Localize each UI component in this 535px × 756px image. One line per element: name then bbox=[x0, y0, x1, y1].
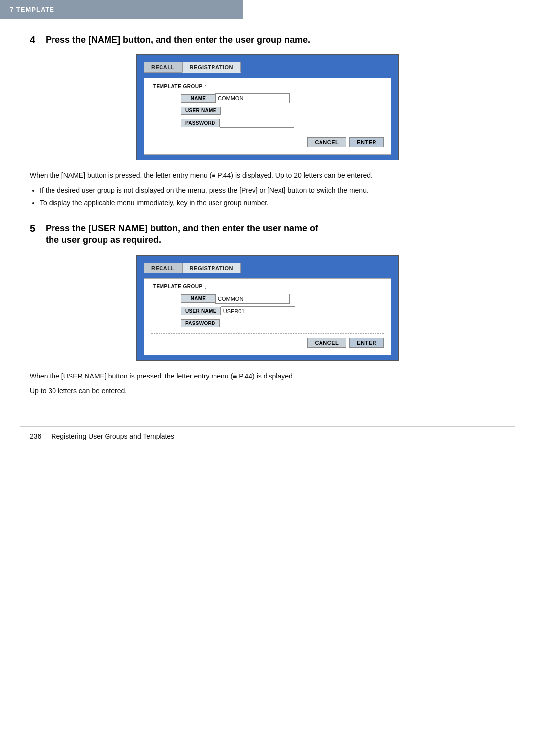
step4-body-text: When the [NAME] button is pressed, the l… bbox=[30, 170, 505, 181]
password-input-4[interactable] bbox=[220, 118, 294, 128]
step5-title-line1: Press the [USER NAME] button, and then e… bbox=[46, 223, 318, 233]
step5-tabs: RECALL REGISTRATION bbox=[144, 263, 391, 273]
step4-field-name: NAME bbox=[181, 93, 384, 103]
password-input-5[interactable] bbox=[220, 319, 294, 328]
tab-recall-5[interactable]: RECALL bbox=[144, 263, 182, 273]
step5-panel-body: TEMPLATE GROUP : NAME USER NAME PASSWORD bbox=[144, 278, 391, 355]
step4-title: Press the [NAME] button, and then enter … bbox=[46, 34, 310, 46]
tab-registration-5[interactable]: REGISTRATION bbox=[182, 263, 241, 273]
step5-fields: NAME USER NAME PASSWORD bbox=[181, 294, 384, 328]
step4-panel-body: TEMPLATE GROUP : NAME USER NAME PASSWORD bbox=[144, 78, 391, 155]
enter-button-5[interactable]: ENTER bbox=[349, 338, 384, 348]
step4-label-key: TEMPLATE GROUP bbox=[153, 84, 203, 89]
username-button-4[interactable]: USER NAME bbox=[181, 107, 221, 115]
step5-field-password: PASSWORD bbox=[181, 319, 384, 328]
step4-fields: NAME USER NAME PASSWORD bbox=[181, 93, 384, 128]
step5-block: 5 Press the [USER NAME] button, and then… bbox=[30, 223, 505, 397]
step5-title: Press the [USER NAME] button, and then e… bbox=[46, 223, 318, 246]
step5-body-text2: Up to 30 letters can be entered. bbox=[30, 385, 505, 396]
step4-bullets: If the desired user group is not display… bbox=[40, 185, 505, 208]
step4-tabs: RECALL REGISTRATION bbox=[144, 62, 391, 73]
step5-panel: RECALL REGISTRATION TEMPLATE GROUP : NAM… bbox=[136, 255, 399, 361]
step5-label-colon: : bbox=[205, 284, 206, 290]
step5-template-group-label: TEMPLATE GROUP : bbox=[153, 284, 384, 290]
step4-field-username: USER NAME bbox=[181, 106, 384, 115]
step4-number: 4 bbox=[30, 34, 40, 46]
name-button-4[interactable]: NAME bbox=[181, 94, 215, 103]
step5-number: 5 bbox=[30, 223, 40, 234]
enter-button-4[interactable]: ENTER bbox=[349, 137, 384, 147]
step4-block: 4 Press the [NAME] button, and then ente… bbox=[30, 34, 505, 208]
password-button-5[interactable]: PASSWORD bbox=[181, 319, 220, 327]
header-bar: 7 TEMPLATE bbox=[0, 0, 243, 19]
step4-field-password: PASSWORD bbox=[181, 118, 384, 128]
step4-template-group-label: TEMPLATE GROUP : bbox=[153, 83, 384, 89]
name-button-5[interactable]: NAME bbox=[181, 294, 215, 303]
username-input-4[interactable] bbox=[221, 106, 295, 115]
step4-bullet-1: If the desired user group is not display… bbox=[40, 185, 505, 196]
tab-registration-4[interactable]: REGISTRATION bbox=[182, 62, 241, 73]
bottom-title: Registering User Groups and Templates bbox=[51, 432, 174, 440]
cancel-button-5[interactable]: CANCEL bbox=[307, 338, 346, 348]
tab-recall-4[interactable]: RECALL bbox=[144, 62, 182, 73]
name-input-5[interactable] bbox=[215, 294, 290, 304]
page-number: 236 bbox=[30, 432, 41, 440]
step4-heading: 4 Press the [NAME] button, and then ente… bbox=[30, 34, 505, 46]
step5-field-name: NAME bbox=[181, 294, 384, 304]
step4-label-colon: : bbox=[205, 83, 206, 89]
step5-title-line2: the user group as required. bbox=[46, 235, 161, 245]
step4-panel: RECALL REGISTRATION TEMPLATE GROUP : NAM… bbox=[136, 54, 399, 160]
password-button-4[interactable]: PASSWORD bbox=[181, 119, 220, 127]
header-label: 7 TEMPLATE bbox=[10, 6, 54, 13]
step4-bullet-2: To display the applicable menu immediate… bbox=[40, 198, 505, 208]
cancel-button-4[interactable]: CANCEL bbox=[307, 137, 346, 147]
main-content: 4 Press the [NAME] button, and then ente… bbox=[0, 19, 535, 426]
step5-field-username: USER NAME bbox=[181, 306, 384, 316]
step5-panel-footer: CANCEL ENTER bbox=[151, 333, 384, 348]
step5-body-text1: When the [USER NAME] button is pressed, … bbox=[30, 371, 505, 381]
step5-label-key: TEMPLATE GROUP bbox=[153, 284, 203, 289]
username-input-5[interactable] bbox=[221, 306, 295, 316]
step5-heading: 5 Press the [USER NAME] button, and then… bbox=[30, 223, 505, 246]
step4-panel-footer: CANCEL ENTER bbox=[151, 133, 384, 147]
bottom-bar: 236 Registering User Groups and Template… bbox=[0, 427, 535, 446]
username-button-5[interactable]: USER NAME bbox=[181, 307, 221, 315]
name-input-4[interactable] bbox=[215, 93, 290, 103]
